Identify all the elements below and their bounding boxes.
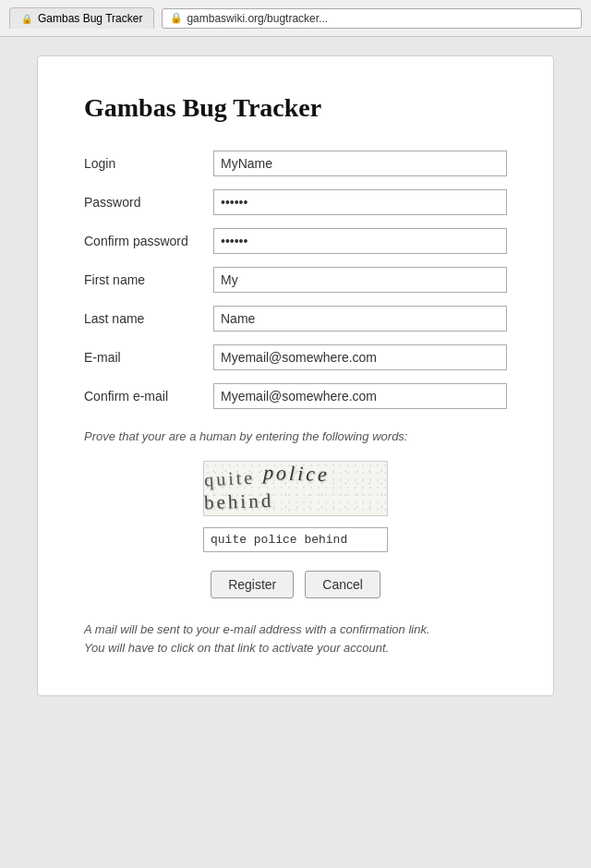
cancel-button[interactable]: Cancel (305, 571, 380, 598)
lock-icon: 🔒 (170, 12, 183, 24)
last-name-input[interactable] (213, 306, 507, 332)
login-label: Login (84, 156, 213, 171)
email-row: E-mail (84, 344, 507, 370)
captcha-instruction: Prove that your are a human by entering … (84, 428, 507, 446)
first-name-label: First name (84, 272, 213, 287)
form-container: Gambas Bug Tracker Login Password Confir… (37, 55, 554, 696)
footer-note-line2: You will have to click on that link to a… (84, 641, 389, 655)
address-bar[interactable]: 🔒 gambaswiki.org/bugtracker... (162, 8, 582, 29)
password-row: Password (84, 189, 507, 215)
footer-note-line1: A mail will be sent to your e-mail addre… (84, 622, 430, 636)
register-button[interactable]: Register (211, 571, 294, 598)
captcha-input[interactable] (203, 527, 388, 552)
page-background: Gambas Bug Tracker Login Password Confir… (0, 37, 591, 868)
confirm-password-input[interactable] (213, 228, 507, 254)
tab-favicon: 🔒 (21, 14, 32, 24)
captcha-word-3: behind (204, 488, 274, 514)
captcha-visual-text: quite police behind (204, 464, 387, 512)
password-label: Password (84, 195, 213, 210)
last-name-row: Last name (84, 306, 507, 332)
address-text: gambaswiki.org/bugtracker... (187, 12, 328, 25)
email-input[interactable] (213, 344, 507, 370)
captcha-word-2: police (262, 461, 330, 487)
browser-bar: 🔒 Gambas Bug Tracker 🔒 gambaswiki.org/bu… (0, 0, 591, 37)
email-label: E-mail (84, 350, 213, 365)
footer-note: A mail will be sent to your e-mail addre… (84, 621, 507, 659)
captcha-section: Prove that your are a human by entering … (84, 428, 507, 552)
login-input[interactable] (213, 151, 507, 176)
captcha-word-1: quite (204, 466, 256, 490)
confirm-password-label: Confirm password (84, 234, 213, 248)
captcha-image-wrapper: quite police behind (84, 461, 507, 516)
password-input[interactable] (213, 189, 507, 215)
tab-label: Gambas Bug Tracker (38, 12, 142, 25)
login-row: Login (84, 151, 507, 176)
last-name-label: Last name (84, 311, 213, 326)
confirm-email-row: Confirm e-mail (84, 383, 507, 409)
confirm-email-input[interactable] (213, 383, 507, 409)
confirm-password-row: Confirm password (84, 228, 507, 254)
first-name-input[interactable] (213, 267, 507, 293)
browser-tab[interactable]: 🔒 Gambas Bug Tracker (9, 7, 154, 29)
confirm-email-label: Confirm e-mail (84, 389, 213, 404)
captcha-image: quite police behind (203, 461, 388, 516)
page-title: Gambas Bug Tracker (84, 93, 507, 123)
button-row: Register Cancel (84, 571, 507, 598)
first-name-row: First name (84, 267, 507, 293)
captcha-input-wrapper (84, 527, 507, 552)
